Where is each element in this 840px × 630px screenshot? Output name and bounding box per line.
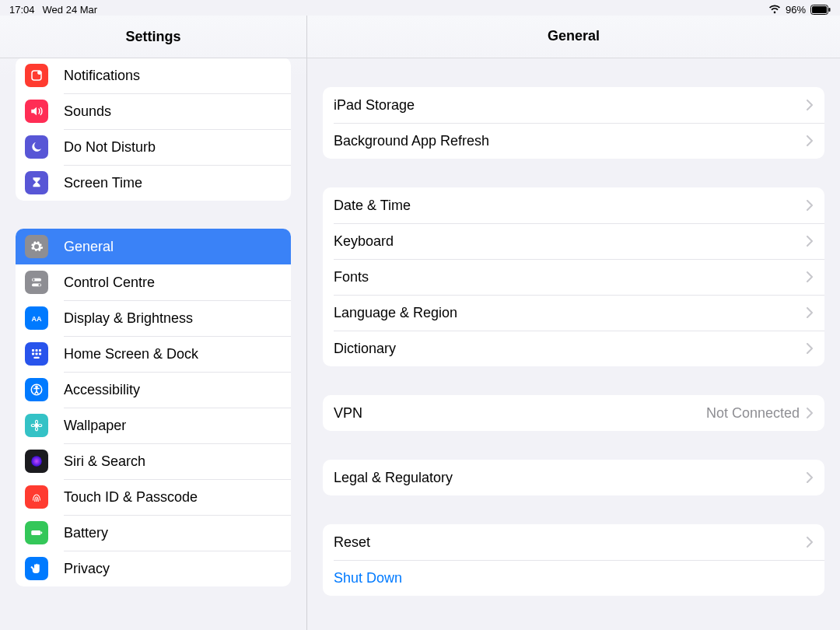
battery-icon [810, 5, 831, 15]
touchid-icon [25, 485, 48, 509]
sidebar-item-siri[interactable]: Siri & Search [16, 443, 291, 479]
svg-rect-10 [32, 349, 34, 352]
svg-point-21 [36, 427, 38, 431]
sidebar-item-label: Privacy [64, 561, 110, 577]
sidebar-item-screentime[interactable]: Screen Time [16, 165, 291, 201]
notifications-icon [25, 64, 48, 87]
content-row-label: Language & Region [334, 305, 806, 321]
content-row-label: Fonts [334, 269, 806, 285]
content-row-dictionary[interactable]: Dictionary [323, 331, 824, 366]
chevron-right-icon [806, 100, 814, 110]
content-row-label: Shut Down [334, 570, 814, 586]
dnd-icon [25, 135, 48, 159]
svg-point-19 [35, 424, 38, 427]
sidebar-item-controlcentre[interactable]: Control Centre [16, 264, 291, 300]
chevron-right-icon [806, 307, 814, 318]
svg-rect-13 [32, 353, 34, 355]
sidebar-item-dnd[interactable]: Do Not Disturb [16, 129, 291, 165]
statusbar-battery-percent: 96% [786, 4, 806, 16]
chevron-right-icon [806, 271, 814, 282]
content-row-datetime[interactable]: Date & Time [323, 187, 824, 223]
sidebar-item-label: Display & Brightness [64, 310, 193, 327]
sidebar-item-general[interactable]: General [16, 229, 291, 264]
sidebar-item-accessibility[interactable]: Accessibility [16, 372, 291, 408]
content-row-label: VPN [334, 405, 706, 422]
sidebar-item-sounds[interactable]: Sounds [16, 93, 291, 129]
content-pane: General iPad StorageBackground App Refre… [307, 16, 840, 630]
content-row-vpn[interactable]: VPNNot Connected [323, 395, 824, 431]
siri-icon [25, 450, 48, 473]
wifi-icon [768, 5, 781, 14]
svg-point-18 [36, 386, 37, 387]
svg-rect-25 [31, 530, 40, 535]
battery-icon [25, 521, 48, 544]
sidebar-title: Settings [0, 16, 306, 58]
sidebar-item-wallpaper[interactable]: Wallpaper [16, 408, 291, 443]
svg-rect-26 [41, 532, 43, 534]
sidebar-item-label: General [64, 239, 114, 255]
statusbar: 17:04 Wed 24 Mar 96% [0, 0, 840, 17]
display-icon: AA [25, 306, 48, 330]
privacy-icon [25, 557, 48, 580]
content-row-label: Legal & Regulatory [334, 470, 806, 486]
content-row-shutdown[interactable]: Shut Down [323, 560, 824, 596]
content-row-bgrefresh[interactable]: Background App Refresh [323, 123, 824, 159]
sidebar-item-label: Screen Time [64, 175, 142, 191]
chevron-right-icon [806, 200, 814, 211]
sidebar-item-privacy[interactable]: Privacy [16, 551, 291, 586]
content-row-value: Not Connected [706, 405, 800, 422]
sidebar-item-label: Do Not Disturb [64, 139, 156, 156]
svg-text:AA: AA [32, 315, 42, 323]
content-row-legal[interactable]: Legal & Regulatory [323, 460, 824, 495]
content-row-storage[interactable]: iPad Storage [323, 87, 824, 123]
svg-rect-11 [36, 349, 38, 352]
chevron-right-icon [806, 343, 814, 354]
chevron-right-icon [806, 135, 814, 146]
content-row-label: Keyboard [334, 233, 806, 250]
svg-point-23 [38, 425, 42, 427]
svg-rect-16 [33, 357, 40, 359]
svg-rect-14 [36, 353, 38, 355]
content-row-keyboard[interactable]: Keyboard [323, 223, 824, 259]
svg-point-4 [37, 71, 41, 75]
sidebar-item-label: Siri & Search [64, 453, 145, 470]
content-row-label: Date & Time [334, 198, 806, 214]
content-title: General [307, 16, 840, 58]
header-divider [0, 58, 840, 58]
svg-rect-15 [39, 353, 41, 355]
sidebar-item-label: Touch ID & Passcode [64, 489, 198, 506]
chevron-right-icon [806, 236, 814, 247]
statusbar-date: Wed 24 Mar [43, 4, 98, 16]
sidebar-item-label: Notifications [64, 68, 140, 84]
content-row-label: Reset [334, 534, 806, 551]
homescreen-icon [25, 342, 48, 366]
sidebar-item-notifications[interactable]: Notifications [16, 58, 291, 93]
chevron-right-icon [806, 408, 814, 418]
svg-rect-12 [39, 349, 41, 352]
svg-point-24 [31, 456, 42, 467]
statusbar-time: 17:04 [9, 4, 35, 16]
sidebar-item-label: Sounds [64, 103, 111, 120]
sidebar-item-label: Battery [64, 525, 108, 541]
wallpaper-icon [25, 414, 48, 437]
screentime-icon [25, 171, 48, 194]
content-row-fonts[interactable]: Fonts [323, 259, 824, 295]
general-icon [25, 235, 48, 258]
sidebar-item-label: Home Screen & Dock [64, 346, 198, 362]
content-row-reset[interactable]: Reset [323, 524, 824, 560]
svg-point-6 [33, 278, 35, 281]
content-row-label: iPad Storage [334, 97, 806, 114]
chevron-right-icon [806, 537, 814, 548]
sidebar-item-homescreen[interactable]: Home Screen & Dock [16, 336, 291, 372]
content-row-label: Dictionary [334, 341, 806, 357]
sidebar-item-label: Wallpaper [64, 418, 126, 434]
svg-rect-2 [829, 8, 831, 12]
sidebar-item-battery[interactable]: Battery [16, 515, 291, 551]
svg-point-8 [38, 284, 40, 286]
sidebar-item-display[interactable]: AADisplay & Brightness [16, 300, 291, 336]
content-row-langregion[interactable]: Language & Region [323, 295, 824, 331]
sidebar-item-touchid[interactable]: Touch ID & Passcode [16, 479, 291, 515]
svg-point-22 [31, 425, 35, 427]
chevron-right-icon [806, 472, 814, 483]
sounds-icon [25, 100, 48, 123]
